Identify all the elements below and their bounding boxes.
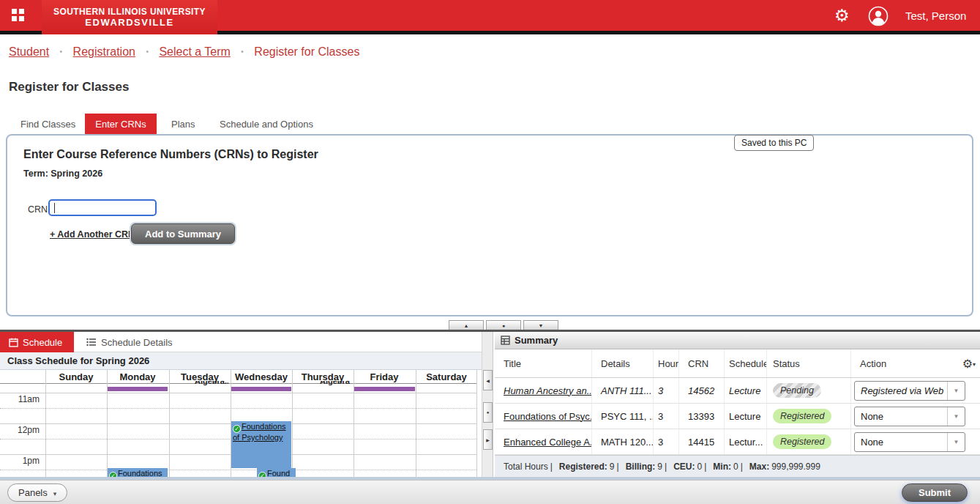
event-foundations-clipped-wednesday[interactable]: ✓Found <box>257 468 296 477</box>
status-badge-pending: Pending <box>773 383 821 398</box>
user-name[interactable]: Test, Person <box>905 10 966 22</box>
breadcrumb-current: Register for Classes <box>254 45 359 58</box>
status-badge-registered: Registered <box>773 434 831 449</box>
crn-input[interactable] <box>48 199 157 216</box>
column-header-schedule: Schedule <box>725 349 767 377</box>
calendar-icon <box>9 338 18 347</box>
tab-find-classes[interactable]: Find Classes <box>20 114 75 135</box>
column-header-action: Action <box>851 349 980 377</box>
summary-column-headers: Title Details Hours CRN Schedule Status … <box>495 349 980 378</box>
breadcrumb-select-a-term[interactable]: Select a Term <box>159 45 231 58</box>
course-title-link[interactable]: Enhanced College A... <box>504 437 592 448</box>
summary-row-registered: Enhanced College A... MATH 120... 3 1441… <box>495 429 980 455</box>
schedule-title: Class Schedule for Spring 2026 <box>0 352 482 370</box>
event-label: Found <box>267 469 290 477</box>
column-header-hours: Hours <box>654 349 679 377</box>
registration-tabs: Find Classes Enter CRNs Plans Schedule a… <box>0 114 980 135</box>
collapse-right-button[interactable]: ▶ <box>483 429 493 450</box>
summary-grid-icon <box>501 336 510 345</box>
user-avatar-icon[interactable] <box>868 6 889 26</box>
panels-toggle-button[interactable]: Panels▾ <box>7 483 67 502</box>
course-hours: 3 <box>654 404 679 429</box>
action-dropdown[interactable]: Registered via Web ▼ <box>854 381 965 401</box>
submit-button[interactable]: Submit <box>902 483 968 502</box>
summary-title: Summary <box>515 335 558 346</box>
course-hours: 3 <box>654 429 679 454</box>
course-schedule-type: Lecture <box>725 378 767 403</box>
register-for-classes-page: ⚙ Test, Person SOUTHERN ILLINOIS UNIVERS… <box>0 0 980 504</box>
time-label-12pm: 12pm <box>0 425 40 435</box>
column-header-status: Status <box>767 349 851 377</box>
registered-check-icon: ✓ <box>109 472 117 477</box>
tab-schedule-details[interactable]: Schedule Details <box>86 332 173 352</box>
breadcrumb-separator: • <box>60 48 63 56</box>
caret-down-icon: ▾ <box>973 361 976 368</box>
siue-logo[interactable]: SOUTHERN ILLINOIS UNIVERSITY EDWARDSVILL… <box>42 0 217 34</box>
day-header-monday: Monday <box>107 371 168 382</box>
schedule-tabs: Schedule Schedule Details <box>0 332 482 352</box>
breadcrumb-student[interactable]: Student <box>9 45 49 58</box>
collapse-left-button[interactable]: ◀ <box>483 370 493 390</box>
tab-enter-crns[interactable]: Enter CRNs <box>85 114 157 135</box>
course-title-link[interactable]: Foundations of Psyc... <box>504 411 592 422</box>
event-label: Foundations <box>118 469 162 477</box>
horizontal-panel-splitter[interactable]: ◀ ● ▶ <box>482 332 493 477</box>
column-header-crn: CRN <box>679 349 725 377</box>
summary-row-pending: Human Ancestry an... ANTH 111... 3 14562… <box>495 378 980 404</box>
crn-field-label: CRN <box>28 204 48 215</box>
brand-line-2: EDWARDSVILLE <box>85 17 173 28</box>
action-dropdown[interactable]: None ▼ <box>854 407 965 426</box>
saved-to-pc-tooltip: Saved to this PC <box>734 135 814 151</box>
add-to-summary-button[interactable]: Add to Summary <box>131 223 235 244</box>
settings-gear-icon[interactable]: ⚙ <box>834 6 850 25</box>
status-badge-registered: Registered <box>773 409 831 423</box>
app-launcher-icon[interactable] <box>12 9 24 21</box>
total-hours-label: Total Hours <box>504 462 548 472</box>
add-another-crn-link[interactable]: + Add Another CRN <box>50 229 135 240</box>
breadcrumb-registration[interactable]: Registration <box>73 45 135 58</box>
course-crn: 14562 <box>679 378 725 403</box>
crn-input-wrap <box>48 199 157 216</box>
summary-panel: Summary Title Details Hours CRN Schedule… <box>495 332 980 477</box>
reset-split-button[interactable]: ● <box>483 402 493 423</box>
course-schedule-type: Lectur... <box>725 429 767 454</box>
brand-line-1: SOUTHERN ILLINOIS UNIVERSITY <box>53 7 206 17</box>
course-details: PSYC 111, ... <box>592 404 654 429</box>
algebra-event-clipped-monday[interactable] <box>108 387 168 391</box>
breadcrumb-separator: • <box>241 48 244 56</box>
caret-down-icon: ▼ <box>947 407 965 426</box>
event-foundations-clipped-monday[interactable]: ✓Foundations <box>108 468 168 477</box>
day-header-saturday: Saturday <box>416 371 477 382</box>
tab-schedule[interactable]: Schedule <box>0 332 74 352</box>
time-label-11am: 11am <box>0 394 40 404</box>
expand-down-button[interactable]: ▼ <box>523 320 558 330</box>
day-header-sunday: Sunday <box>45 371 107 382</box>
event-label: Foundations of Psychology <box>233 422 286 442</box>
week-calendar: Sunday Monday Tuesday Wednesday Thursday… <box>0 370 477 477</box>
time-label-1pm: 1pm <box>0 456 40 466</box>
event-foundations-of-psychology[interactable]: ✓Foundations of Psychology <box>231 421 291 468</box>
tab-schedule-and-options[interactable]: Schedule and Options <box>220 114 313 135</box>
day-header-friday: Friday <box>354 371 415 382</box>
algebra-event-clipped-wednesday[interactable] <box>231 387 291 391</box>
tab-schedule-label: Schedule <box>23 337 62 348</box>
crn-panel-heading: Enter Course Reference Numbers (CRNs) to… <box>23 148 318 161</box>
caret-down-icon: ▼ <box>947 433 965 451</box>
tab-plans[interactable]: Plans <box>171 114 195 135</box>
enter-crns-panel: Enter Course Reference Numbers (CRNs) to… <box>6 134 973 316</box>
expand-up-button[interactable]: ▲ <box>449 320 484 330</box>
summary-row-registered: Foundations of Psyc... PSYC 111, ... 3 1… <box>495 404 980 429</box>
course-title-link[interactable]: Human Ancestry an... <box>504 385 592 396</box>
breadcrumb-separator: • <box>146 48 149 56</box>
term-label: Term: Spring 2026 <box>23 168 102 179</box>
half-hour-line <box>0 470 477 470</box>
summary-settings-gear-icon[interactable]: ⚙▾ <box>962 357 976 371</box>
course-details: ANTH 111... <box>592 378 654 403</box>
hour-line <box>0 393 477 393</box>
algebra-event-clipped-friday[interactable] <box>354 387 415 391</box>
text-caret <box>54 203 55 213</box>
day-header-border <box>0 383 477 384</box>
action-dropdown[interactable]: None ▼ <box>854 432 965 452</box>
reset-panels-button[interactable]: ● <box>486 320 521 330</box>
course-schedule-type: Lecture <box>725 404 767 429</box>
